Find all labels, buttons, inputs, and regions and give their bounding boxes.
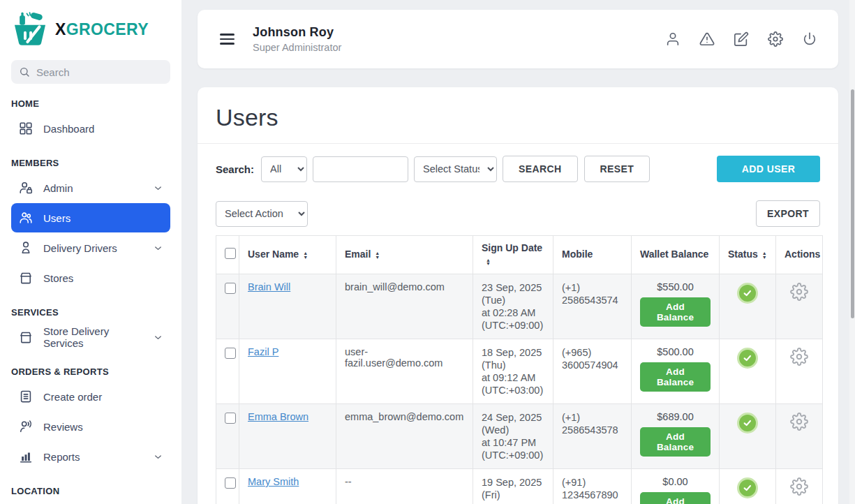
user-name: Johnson Roy — [253, 25, 341, 40]
status-active-icon[interactable] — [737, 477, 758, 498]
email-cell: -- — [336, 468, 473, 504]
column-label: Mobile — [562, 249, 593, 260]
add-balance-button[interactable]: Add Balance — [640, 427, 711, 457]
search-keyword-input[interactable] — [313, 156, 408, 182]
actions-cell — [776, 274, 823, 339]
row-checkbox[interactable] — [225, 413, 236, 424]
status-active-icon[interactable] — [737, 413, 758, 433]
status-active-icon[interactable] — [737, 283, 758, 304]
sidebar-item-stores[interactable]: Stores — [11, 263, 170, 292]
brand-name: XGROCERY — [55, 20, 149, 39]
bulk-action-bar: Select Action EXPORT — [216, 200, 820, 227]
status-active-icon[interactable] — [737, 348, 758, 369]
row-settings-gear-icon[interactable] — [790, 283, 808, 301]
column-label: Sign Up Date — [482, 242, 542, 253]
admin-icon — [18, 180, 34, 195]
column-label: Email — [345, 249, 371, 260]
users-panel: Users Search: All Select Status SEARCH R… — [198, 87, 838, 504]
sort-icon[interactable]: ▲▼ — [762, 251, 767, 259]
user-profile-link[interactable]: Mary Smith — [248, 476, 299, 487]
column-label: Actions — [785, 249, 820, 260]
sidebar-item-dashboard[interactable]: Dashboard — [11, 114, 170, 143]
sidebar-item-store-delivery-services[interactable]: Store Delivery Services — [11, 323, 170, 352]
search-button[interactable]: SEARCH — [503, 156, 578, 182]
sidebar-search-input[interactable] — [36, 66, 163, 78]
sidebar-search[interactable] — [11, 60, 170, 84]
row-settings-gear-icon[interactable] — [790, 413, 808, 431]
select-all-header[interactable] — [216, 236, 239, 274]
add-balance-button[interactable]: Add Balance — [640, 362, 711, 392]
column-header-sign-up-date[interactable]: Sign Up Date▲▼ — [473, 236, 553, 274]
column-header-actions: Actions — [776, 236, 823, 274]
row-checkbox[interactable] — [225, 477, 236, 489]
chevron-down-icon — [153, 452, 163, 462]
row-settings-gear-icon[interactable] — [790, 348, 808, 366]
add-balance-button[interactable]: Add Balance — [640, 492, 711, 504]
wallet-balance-cell: $500.00Add Balance — [632, 339, 720, 403]
sidebar-item-reports[interactable]: Reports — [11, 442, 170, 471]
column-label: Status — [728, 249, 758, 260]
sidebar-item-create-order[interactable]: Create order — [11, 382, 170, 411]
sort-icon[interactable]: ▲▼ — [375, 251, 380, 259]
table-row: Fazil Puser-fazil.user@demo.com18 Sep, 2… — [216, 339, 823, 403]
store-icon — [18, 329, 34, 345]
users-table: User Name▲▼Email▲▼Sign Up Date▲▼MobileWa… — [216, 235, 823, 504]
status-select[interactable]: Select Status — [414, 156, 497, 182]
sidebar-item-label: Delivery Drivers — [43, 242, 117, 254]
bulk-action-select[interactable]: Select Action — [216, 201, 308, 227]
filter-bar: Search: All Select Status SEARCH RESET A… — [216, 156, 820, 182]
page-title: Users — [216, 104, 820, 131]
wallet-balance-cell: $689.00Add Balance — [632, 403, 720, 468]
row-settings-gear-icon[interactable] — [790, 477, 808, 496]
sidebar-item-label: Stores — [43, 272, 73, 284]
power-icon[interactable] — [802, 31, 817, 47]
email-cell: user-fazil.user@demo.com — [336, 339, 473, 403]
sidebar-item-label: Create order — [43, 391, 102, 403]
column-header-email[interactable]: Email▲▼ — [336, 236, 473, 274]
search-field-select[interactable]: All — [261, 156, 307, 182]
header-actions — [665, 31, 817, 47]
user-profile-link[interactable]: Fazil P — [248, 346, 278, 357]
nav-section-members: MEMBERS — [11, 158, 170, 168]
add-balance-button[interactable]: Add Balance — [640, 297, 711, 327]
export-button[interactable]: EXPORT — [756, 200, 820, 227]
sidebar-item-label: Store Delivery Services — [43, 325, 143, 349]
row-checkbox[interactable] — [225, 283, 236, 294]
sort-icon[interactable]: ▲▼ — [486, 258, 491, 266]
page-scrollbar-track[interactable] — [849, 0, 855, 504]
select-all-checkbox[interactable] — [225, 248, 236, 259]
search-icon — [19, 66, 30, 77]
column-header-user-name[interactable]: User Name▲▼ — [239, 236, 336, 274]
sidebar-item-label: Reviews — [43, 421, 83, 433]
user-profile-link[interactable]: Emma Brown — [248, 411, 308, 422]
divider — [198, 143, 838, 144]
user-role: Super Administrator — [253, 42, 341, 53]
add-user-button[interactable]: ADD USER — [717, 156, 820, 182]
sidebar-item-admin[interactable]: Admin — [11, 173, 170, 202]
user-icon[interactable] — [665, 31, 681, 47]
bar-chart-icon — [18, 449, 34, 464]
settings-icon[interactable] — [768, 31, 783, 47]
sidebar-item-delivery-drivers[interactable]: Delivery Drivers — [11, 233, 170, 262]
alert-triangle-icon[interactable] — [699, 31, 715, 47]
column-label: Wallet Balance — [640, 249, 708, 260]
sidebar: XGROCERY HOMEDashboardMEMBERSAdminUsersD… — [0, 0, 181, 504]
menu-toggle-button[interactable] — [218, 31, 236, 47]
chevron-down-icon — [153, 332, 163, 343]
signup-date-cell: 19 Sep, 2025(Fri)at 02:34 PM — [473, 468, 553, 504]
column-header-status[interactable]: Status▲▼ — [720, 236, 776, 274]
sidebar-item-reviews[interactable]: Reviews — [11, 412, 170, 441]
mobile-cell: (+965)3600574904 — [553, 339, 632, 403]
reset-button[interactable]: RESET — [584, 156, 650, 182]
edit-note-icon[interactable] — [734, 31, 749, 47]
brand-logo[interactable]: XGROCERY — [11, 11, 170, 47]
sidebar-item-users[interactable]: Users — [11, 203, 170, 232]
user-profile-link[interactable]: Brain Will — [248, 281, 290, 292]
sidebar-item-label: Users — [43, 212, 70, 224]
search-label: Search: — [216, 163, 254, 175]
sort-icon[interactable]: ▲▼ — [303, 251, 308, 259]
row-checkbox[interactable] — [225, 348, 236, 359]
page-scrollbar-thumb[interactable] — [851, 89, 854, 318]
user-name-cell: Mary Smith — [239, 468, 336, 504]
chevron-down-icon — [153, 243, 163, 253]
